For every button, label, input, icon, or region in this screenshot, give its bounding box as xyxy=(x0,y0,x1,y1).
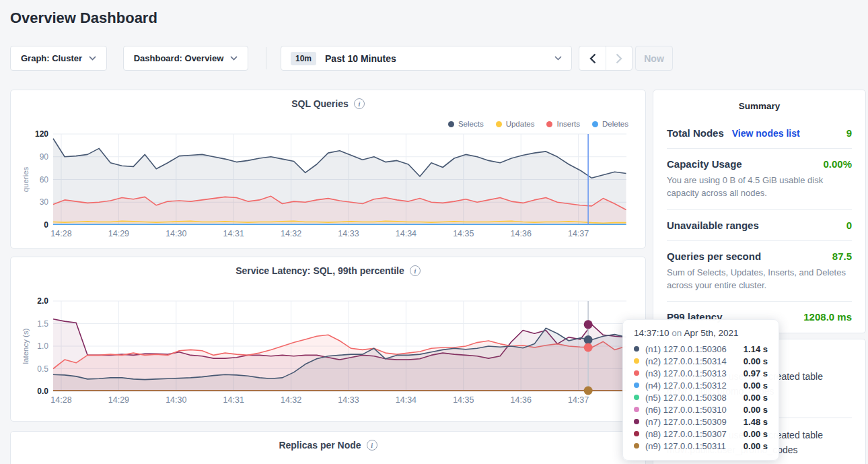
divider xyxy=(667,240,852,241)
replicas-per-node-panel: Replicas per Node i xyxy=(10,431,646,464)
svg-text:0: 0 xyxy=(44,220,48,230)
svg-text:14:34: 14:34 xyxy=(396,395,417,405)
previous-time-button[interactable] xyxy=(579,46,606,70)
svg-text:0.5: 0.5 xyxy=(37,364,48,374)
queries-per-second-row: Queries per second 87.5 xyxy=(667,251,852,262)
queries-per-second-value: 87.5 xyxy=(832,251,852,262)
info-icon[interactable]: i xyxy=(410,265,421,276)
series-color-dot xyxy=(634,443,639,449)
node-address: (n2) 127.0.0.1:50314 xyxy=(645,356,727,366)
p99-latency-value: 1208.0 ms xyxy=(803,311,852,323)
svg-text:14:30: 14:30 xyxy=(166,229,186,238)
toolbar-divider xyxy=(266,47,266,69)
svg-text:14:34: 14:34 xyxy=(396,229,417,238)
svg-text:14:29: 14:29 xyxy=(108,395,129,405)
tooltip-node-row: (n8) 127.0.0.1:503070.00 s xyxy=(634,428,768,440)
svg-text:90: 90 xyxy=(40,152,49,162)
tooltip-timestamp: 14:37:10 on Apr 5th, 2021 xyxy=(634,328,768,338)
svg-text:14:28: 14:28 xyxy=(50,229,71,238)
svg-text:60: 60 xyxy=(40,175,49,185)
node-latency-value: 0.00 s xyxy=(744,429,768,439)
svg-text:14:33: 14:33 xyxy=(338,395,359,405)
svg-text:1.5: 1.5 xyxy=(37,319,48,329)
next-time-button[interactable] xyxy=(606,46,632,70)
graph-selector-dropdown[interactable]: Graph: Cluster xyxy=(10,46,107,71)
legend-item-updates[interactable]: Updates xyxy=(496,120,535,128)
graph-selector-label: Graph: Cluster xyxy=(21,53,82,63)
svg-text:14:30: 14:30 xyxy=(166,395,186,405)
divider xyxy=(667,301,852,302)
time-range-dropdown[interactable]: 10m Past 10 Minutes xyxy=(281,46,572,71)
sql-queries-legend: SelectsUpdatesInsertsDeletes xyxy=(448,120,628,128)
chevron-left-icon xyxy=(589,53,596,64)
total-nodes-label: Total Nodes xyxy=(667,127,724,139)
chevron-right-icon xyxy=(616,53,622,64)
sql-queries-chart[interactable]: 14:2814:2914:3014:3114:3214:3314:3414:35… xyxy=(11,90,645,248)
summary-title: Summary xyxy=(667,101,852,111)
info-icon[interactable]: i xyxy=(367,440,377,451)
service-latency-title: Service Latency: SQL, 99th percentile xyxy=(236,265,404,276)
svg-text:14:35: 14:35 xyxy=(453,229,474,238)
node-address: (n6) 127.0.0.1:50310 xyxy=(645,405,727,415)
legend-color-dot xyxy=(448,121,454,127)
chart-hover-tooltip: 14:37:10 on Apr 5th, 2021 (n1) 127.0.0.1… xyxy=(622,319,779,461)
legend-color-dot xyxy=(496,121,502,127)
time-range-badge: 10m xyxy=(291,52,316,65)
service-latency-panel: 14:2814:2914:3014:3114:3214:3314:3414:35… xyxy=(10,257,646,422)
series-color-dot xyxy=(634,370,639,376)
chevron-down-icon xyxy=(230,56,238,61)
capacity-usage-description: You are using 0 B of 4.5 GiB usable disk… xyxy=(667,174,852,200)
summary-panel: Summary Total Nodes View nodes list 9 Ca… xyxy=(653,90,866,333)
svg-text:queries: queries xyxy=(22,166,30,192)
dashboard-selector-label: Dashboard: Overview xyxy=(134,53,224,63)
tooltip-node-row: (n3) 127.0.0.1:503130.97 s xyxy=(634,367,768,379)
capacity-usage-value: 0.00% xyxy=(823,158,852,170)
svg-text:14:37: 14:37 xyxy=(568,395,589,405)
legend-color-dot xyxy=(546,121,552,127)
node-latency-value: 0.97 s xyxy=(744,368,768,378)
dashboard-selector-dropdown[interactable]: Dashboard: Overview xyxy=(123,46,248,71)
capacity-usage-row: Capacity Usage 0.00% xyxy=(667,158,852,170)
page-title: Overview Dashboard xyxy=(10,9,157,27)
svg-text:120: 120 xyxy=(35,129,48,139)
series-color-dot xyxy=(634,383,639,388)
legend-label: Inserts xyxy=(556,120,580,128)
time-range-label: Past 10 Minutes xyxy=(325,53,396,64)
legend-label: Deletes xyxy=(602,120,628,128)
svg-text:14:31: 14:31 xyxy=(223,395,244,405)
svg-text:latency (s): latency (s) xyxy=(22,328,30,364)
series-color-dot xyxy=(634,407,639,412)
chevron-down-icon xyxy=(89,56,96,61)
svg-text:1.0: 1.0 xyxy=(37,341,48,351)
overview-dashboard-page: Overview Dashboard Graph: Cluster Dashbo… xyxy=(0,0,868,464)
svg-text:14:28: 14:28 xyxy=(50,395,71,405)
series-color-dot xyxy=(634,431,639,436)
service-latency-chart[interactable]: 14:2814:2914:3014:3114:3214:3314:3414:35… xyxy=(11,257,645,421)
replicas-per-node-title: Replicas per Node xyxy=(279,440,361,451)
tooltip-node-row: (n4) 127.0.0.1:503120.00 s xyxy=(634,379,768,391)
legend-item-selects[interactable]: Selects xyxy=(448,120,484,128)
node-address: (n4) 127.0.0.1:50312 xyxy=(645,380,727,391)
tooltip-node-row: (n9) 127.0.0.1:503110.00 s xyxy=(634,440,768,452)
legend-color-dot xyxy=(592,121,598,127)
svg-text:14:33: 14:33 xyxy=(338,229,359,238)
svg-text:14:35: 14:35 xyxy=(453,395,474,405)
node-latency-value: 1.48 s xyxy=(744,417,768,427)
node-latency-value: 0.00 s xyxy=(744,441,768,451)
total-nodes-value: 9 xyxy=(846,127,852,139)
unavailable-ranges-row: Unavailable ranges 0 xyxy=(667,220,852,231)
now-button[interactable]: Now xyxy=(635,46,673,71)
info-icon[interactable]: i xyxy=(354,98,365,109)
node-address: (n5) 127.0.0.1:50308 xyxy=(645,393,727,403)
unavailable-ranges-value: 0 xyxy=(846,220,852,231)
node-latency-value: 1.14 s xyxy=(744,344,768,354)
node-address: (n9) 127.0.0.1:50311 xyxy=(645,441,726,451)
svg-text:14:32: 14:32 xyxy=(281,395,301,405)
node-address: (n7) 127.0.0.1:50309 xyxy=(645,417,727,427)
legend-item-deletes[interactable]: Deletes xyxy=(592,120,628,128)
svg-text:30: 30 xyxy=(40,197,49,207)
tooltip-node-row: (n5) 127.0.0.1:503080.00 s xyxy=(634,391,768,403)
divider xyxy=(667,148,852,149)
view-nodes-list-link[interactable]: View nodes list xyxy=(732,128,800,139)
legend-item-inserts[interactable]: Inserts xyxy=(546,120,580,128)
